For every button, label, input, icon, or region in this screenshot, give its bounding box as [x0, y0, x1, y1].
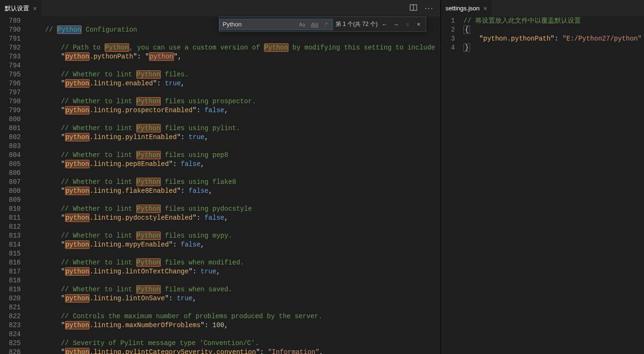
- find-prev-icon[interactable]: ←: [380, 21, 389, 28]
- tab-settings-json[interactable]: settings.json ×: [441, 0, 492, 16]
- user-settings-pane: settings.json × 1234 // 将设置放入此文件中以覆盖默认设置…: [441, 0, 644, 354]
- more-actions-icon[interactable]: ···: [425, 4, 434, 13]
- find-widget: Aa Abl .* 第 1 个(共 72 个) ← → ≡ ×: [219, 16, 426, 32]
- find-count: 第 1 个(共 72 个): [336, 20, 378, 28]
- match-whole-word-icon[interactable]: Abl: [309, 21, 320, 28]
- default-settings-pane: 默认设置 × ··· 78979079179279379479579679779…: [0, 0, 441, 354]
- left-tabbar: 默认设置 × ···: [0, 0, 440, 16]
- tab-title: settings.json: [446, 5, 479, 12]
- right-gutter: 1234: [441, 16, 462, 354]
- find-in-selection-icon[interactable]: ≡: [403, 21, 412, 28]
- match-case-icon[interactable]: Aa: [297, 21, 307, 28]
- right-tabbar: settings.json ×: [441, 0, 644, 16]
- tab-title: 默认设置: [5, 4, 29, 13]
- left-code[interactable]: // Python Configuration // Path to Pytho…: [27, 16, 440, 354]
- find-input-wrap[interactable]: Aa Abl .*: [219, 19, 333, 30]
- close-icon[interactable]: ×: [33, 5, 37, 12]
- regex-icon[interactable]: .*: [322, 21, 329, 28]
- split-editor-icon[interactable]: [410, 4, 417, 13]
- left-editor[interactable]: 7897907917927937947957967977987998008018…: [0, 16, 440, 354]
- find-input[interactable]: [223, 21, 274, 28]
- find-next-icon[interactable]: →: [392, 21, 400, 28]
- right-code[interactable]: // 将设置放入此文件中以覆盖默认设置{ "python.pythonPath"…: [462, 16, 644, 354]
- tab-default-settings[interactable]: 默认设置 ×: [0, 0, 41, 16]
- left-gutter: 7897907917927937947957967977987998008018…: [0, 16, 27, 354]
- right-editor[interactable]: 1234 // 将设置放入此文件中以覆盖默认设置{ "python.python…: [441, 16, 644, 354]
- find-close-icon[interactable]: ×: [414, 21, 423, 28]
- tab-actions: ···: [410, 0, 440, 16]
- close-icon[interactable]: ×: [483, 5, 487, 12]
